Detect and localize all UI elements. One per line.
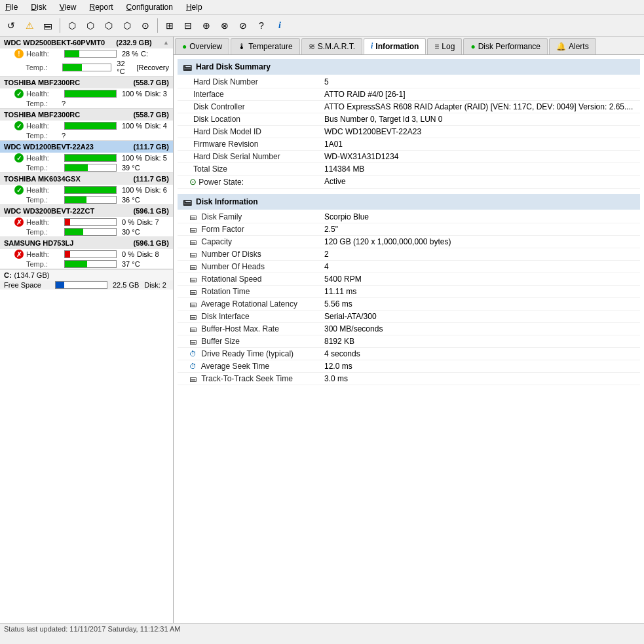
disk-name-5: TOSHIBA MK6034GSX <box>4 175 81 183</box>
disk-health-row-2: ✓ Health: 100 % Disk: 3 <box>0 88 173 99</box>
paste-button[interactable]: ⊟ <box>180 17 197 34</box>
menu-disk[interactable]: Disk <box>28 1 48 13</box>
disk-info-icon: 🖴 <box>183 197 192 207</box>
disk-temp-row-6: Temp.: 30 °C <box>0 227 173 237</box>
disk-name-7: SAMSUNG HD753LJ <box>4 239 73 247</box>
export-button[interactable]: ⊘ <box>235 17 252 34</box>
tab-smart[interactable]: ≋ S.M.A.R.T. <box>301 38 362 54</box>
temp-label-7: Temp.: <box>26 260 59 268</box>
field-value: 5 <box>309 76 640 88</box>
disk-header-1[interactable]: WDC WD2500BEKT-60PVMT0 (232.9 GB) ▲ <box>0 37 173 48</box>
disk-header-7[interactable]: SAMSUNG HD753LJ (596.1 GB) <box>0 237 173 249</box>
scan3-button[interactable]: ⬡ <box>100 17 117 34</box>
disk-size-2: (558.7 GB) <box>134 79 169 86</box>
table-row: 🖴 Buffer Size 8192 KB <box>178 335 640 348</box>
health-extra-3: Disk: 4 <box>145 122 167 130</box>
search-button[interactable]: ⊙ <box>137 17 154 34</box>
help-button[interactable]: ? <box>253 17 270 34</box>
field-label: 🖴 Number Of Heads <box>178 261 309 273</box>
scroll-up-1[interactable]: ▲ <box>163 39 169 46</box>
di-icon-9: 🖴 <box>189 313 197 320</box>
di-icon-11: 🖴 <box>189 337 197 345</box>
copy-button[interactable]: ⊞ <box>161 17 178 34</box>
scan2-button[interactable]: ⬡ <box>82 17 99 34</box>
tab-information-label: Information <box>375 42 419 51</box>
table-row: 🖴 Track-To-Track Seek Time 3.0 ms <box>178 373 640 385</box>
log-icon: ≡ <box>434 42 439 51</box>
tab-disk-performance[interactable]: ● Disk Performance <box>463 38 548 54</box>
left-panel: WDC WD2500BEKT-60PVMT0 (232.9 GB) ▲ ! He… <box>0 37 174 623</box>
field-value: ATTO ExpressSAS R608 RAID Adapter (RAID)… <box>309 101 640 113</box>
disk-temp-row-2: Temp.: ? <box>0 99 173 108</box>
tab-overview[interactable]: ● Overview <box>175 38 229 54</box>
health-value-6: 0 % <box>122 218 134 226</box>
disk-header-3[interactable]: TOSHIBA MBF2300RC (558.7 GB) <box>0 109 173 121</box>
tab-information[interactable]: i Information <box>364 38 426 54</box>
drive-button[interactable]: 🖴 <box>39 17 56 34</box>
menu-file[interactable]: File <box>3 1 20 13</box>
health-extra-7: Disk: 8 <box>137 250 159 258</box>
field-value: Bus Number 0, Target Id 3, LUN 0 <box>309 113 640 126</box>
di-icon-8: 🖴 <box>189 300 197 308</box>
field-value: 114384 MB <box>309 163 640 176</box>
tab-alerts[interactable]: 🔔 Alerts <box>549 38 596 54</box>
disk-temp-row-7: Temp.: 37 °C <box>0 259 173 269</box>
alert-button[interactable]: ⚠ <box>21 17 38 34</box>
disk-size-1: (232.9 GB) <box>116 39 151 47</box>
tab-log[interactable]: ≡ Log <box>427 38 462 54</box>
temp-progress-5 <box>65 197 86 203</box>
health-progress-6 <box>65 219 70 225</box>
c-drive-label: C: <box>4 271 12 279</box>
menu-view[interactable]: View <box>57 1 79 13</box>
alerts-icon: 🔔 <box>556 42 566 51</box>
scan4-button[interactable]: ⬡ <box>119 17 136 34</box>
temp-value-5: 36 °C <box>122 196 140 204</box>
health-extra-5: Disk: 6 <box>145 186 167 194</box>
disk-header-5[interactable]: TOSHIBA MK6034GSX (111.7 GB) <box>0 173 173 185</box>
field-value: 5.56 ms <box>309 298 640 311</box>
disk-header-2[interactable]: TOSHIBA MBF2300RC (558.7 GB) <box>0 77 173 88</box>
disk-perf-icon: ● <box>470 42 475 51</box>
refresh-button[interactable]: ↺ <box>3 17 20 34</box>
tab-temperature[interactable]: 🌡 Temperature <box>231 38 299 54</box>
table-row: Hard Disk Model ID WDC WD1200BEVT-22A23 <box>178 126 640 138</box>
menu-report[interactable]: Report <box>87 1 116 13</box>
field-label: Interface <box>178 88 309 101</box>
right-panel: ● Overview 🌡 Temperature ≋ S.M.A.R.T. i … <box>174 37 644 623</box>
menu-configuration[interactable]: Configuration <box>124 1 176 13</box>
power-state-label: ⊙ Power State: <box>178 176 309 189</box>
field-value: 3.0 ms <box>309 373 640 385</box>
field-value: Serial-ATA/300 <box>309 311 640 323</box>
hard-disk-summary-header: 🖴 Hard Disk Summary <box>178 59 640 75</box>
disk-health-row-4: ✓ Health: 100 % Disk: 5 <box>0 153 173 163</box>
di-icon-3: 🖴 <box>189 238 197 246</box>
health-progress-1 <box>65 50 79 57</box>
temp-label-6: Temp.: <box>26 228 59 236</box>
globe-button[interactable]: ⊕ <box>198 17 215 34</box>
status-icon-4: ✓ <box>14 153 24 162</box>
menu-help[interactable]: Help <box>183 1 205 13</box>
field-value: 300 MB/seconds <box>309 323 640 335</box>
temp-progress-4 <box>65 164 88 171</box>
info-button[interactable]: i <box>271 17 288 34</box>
tab-bar: ● Overview 🌡 Temperature ≋ S.M.A.R.T. i … <box>174 37 644 55</box>
di-icon-10: 🖴 <box>189 325 197 333</box>
disk-header-4[interactable]: WDC WD1200BEVT-22A23 (111.7 GB) <box>0 141 173 153</box>
c-drive-disk: Disk: 2 <box>144 281 166 289</box>
health-label-7: Health: <box>26 250 59 258</box>
field-value: 2 <box>309 248 640 261</box>
scan1-button[interactable]: ⬡ <box>64 17 81 34</box>
table-row: ⏱ Average Seek Time 12.0 ms <box>178 360 640 373</box>
temp-bar-7 <box>64 260 117 268</box>
health-bar-2 <box>64 90 117 98</box>
chart-button[interactable]: ⊗ <box>216 17 233 34</box>
power-icon: ⊙ <box>189 177 197 187</box>
field-label: Disk Controller <box>178 101 309 113</box>
field-value: 2.5" <box>309 223 640 236</box>
disk-item-5: TOSHIBA MK6034GSX (111.7 GB) ✓ Health: 1… <box>0 173 173 205</box>
disk-header-6[interactable]: WDC WD3200BEVT-22ZCT (596.1 GB) <box>0 205 173 217</box>
table-row: Total Size 114384 MB <box>178 163 640 176</box>
health-progress-4 <box>65 155 116 161</box>
health-value-7: 0 % <box>122 250 134 258</box>
temp-bar-1 <box>62 64 112 71</box>
